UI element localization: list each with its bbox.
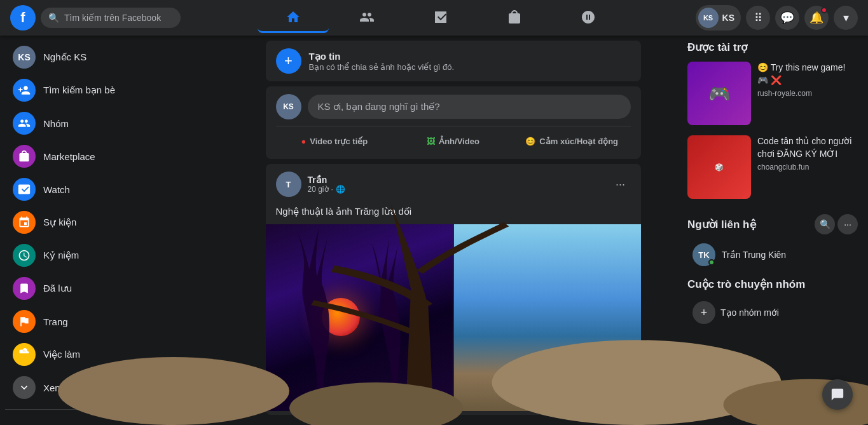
account-menu-button[interactable]: ▾ bbox=[834, 6, 858, 30]
nav-groups[interactable] bbox=[553, 3, 624, 33]
nav-marketplace[interactable] bbox=[479, 3, 550, 33]
floating-chat-button[interactable] bbox=[822, 379, 853, 410]
topbar-left: f 🔍 Tìm kiếm trên Facebook bbox=[10, 5, 188, 30]
feed-area: + Tạo tin Bạn có thể chia sẻ ảnh hoặc vi… bbox=[229, 36, 677, 425]
nav-friends[interactable] bbox=[331, 3, 403, 33]
topbar-right: KS KS ⠿ 💬 🔔 ▾ bbox=[692, 5, 858, 30]
apps-button[interactable]: ⠿ bbox=[746, 6, 770, 30]
sea-image bbox=[454, 224, 641, 411]
notifications-button[interactable]: 🔔 bbox=[804, 6, 829, 30]
profile-avatar: KS bbox=[698, 8, 719, 28]
contact-avatar-ttk: TK bbox=[692, 243, 715, 266]
topbar: f 🔍 Tìm kiếm trên Facebook KS KS bbox=[0, 0, 868, 36]
profile-name: KS bbox=[722, 13, 734, 23]
nav-home[interactable] bbox=[258, 3, 329, 33]
facebook-logo[interactable]: f bbox=[10, 5, 36, 30]
search-icon: 🔍 bbox=[48, 13, 59, 23]
svg-point-1 bbox=[454, 382, 464, 411]
main-layout: KS Nghếc KS Tìm kiếm bạn bè Nhóm Marketp… bbox=[0, 36, 868, 425]
post-card: T Trần 20 giờ · 🌐 ··· Nghệ thuật là ảnh … bbox=[266, 164, 641, 415]
messenger-button[interactable]: 💬 bbox=[775, 6, 799, 30]
svg-point-2 bbox=[492, 340, 641, 411]
online-indicator bbox=[708, 259, 715, 266]
profile-button[interactable]: KS KS bbox=[696, 5, 741, 30]
notification-dot bbox=[821, 7, 827, 13]
nav-watch[interactable] bbox=[405, 3, 476, 33]
post-image-sea[interactable] bbox=[454, 224, 641, 411]
post-images bbox=[266, 224, 641, 411]
topbar-nav bbox=[188, 3, 692, 33]
search-bar[interactable]: 🔍 Tìm kiếm trên Facebook bbox=[41, 8, 181, 28]
search-placeholder: Tìm kiếm trên Facebook bbox=[64, 13, 161, 23]
